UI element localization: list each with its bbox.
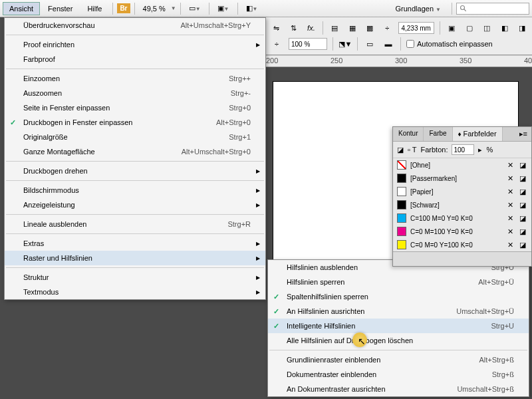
menu-item[interactable]: AuszoomenStrg+- <box>5 86 265 100</box>
fit-1-icon[interactable]: ▣ <box>446 21 458 35</box>
swatch-lock-icon: ✕ <box>507 214 515 222</box>
panel-menu-icon[interactable]: ▸≡ <box>515 127 531 141</box>
wrap-3-icon[interactable]: ▩ <box>364 21 376 35</box>
check-icon: ✓ <box>10 118 16 127</box>
menu-item-label: Einzoomen <box>23 74 229 82</box>
corner-icon[interactable]: ⬔ ▼ <box>338 37 352 51</box>
menu-item-label: Struktur <box>23 273 251 281</box>
menubar: Ansicht Fenster Hilfe Br 49,5 %▼ ▭▼ ▣▼ ◧… <box>0 0 532 17</box>
swatch-name: [Ohne] <box>410 162 503 169</box>
swatch-row[interactable]: [Schwarz]✕◪ <box>393 198 531 211</box>
submenu-arrow-icon: ▶ <box>256 168 260 174</box>
screen-mode-icon[interactable]: ▣▼ <box>213 3 233 14</box>
wrap-2-icon[interactable]: ▦ <box>346 21 358 35</box>
menu-item[interactable]: Lineale ausblendenStrg+R <box>5 217 265 231</box>
fit-3-icon[interactable]: ◫ <box>481 21 493 35</box>
fill-stroke-icon[interactable]: ◪ <box>397 146 404 154</box>
tab-farbe[interactable]: Farbe <box>424 127 452 141</box>
menu-fenster[interactable]: Fenster <box>41 2 79 15</box>
tab-kontur[interactable]: Kontur <box>393 127 424 141</box>
swatch-row[interactable]: [Ohne]✕◪ <box>393 158 531 172</box>
wrap-offset-input[interactable]: 4,233 mm <box>398 22 434 34</box>
zoom-level[interactable]: 49,5 % <box>139 5 170 13</box>
menu-item[interactable]: Bildschirmmodus▶ <box>5 183 265 198</box>
swatch-color <box>397 227 406 236</box>
menu-item[interactable]: Hilfslinien sperrenAlt+Strg+Ü <box>268 275 529 289</box>
swatch-row[interactable]: C=0 M=0 Y=100 K=0✕◪ <box>393 238 531 251</box>
menu-item[interactable]: Farbproof <box>5 52 265 66</box>
menu-item[interactable]: Proof einrichten▶ <box>5 37 265 52</box>
menu-item[interactable]: EinzoomenStrg++ <box>5 71 265 86</box>
arrange-icon[interactable]: ◧▼ <box>242 3 262 14</box>
menu-shortcut: Alt+Strg+ß <box>479 356 514 364</box>
autofit-checkbox[interactable]: Automatisch einpassen <box>406 40 493 48</box>
tab-farbfelder[interactable]: ♦ Farbfelder <box>453 127 503 141</box>
view-options-icon[interactable]: ▭▼ <box>185 3 205 14</box>
menu-shortcut: Alt+Umschalt+Strg+Y <box>181 21 251 29</box>
percent-input[interactable]: 100 % <box>289 38 327 50</box>
check-icon: ✓ <box>273 293 279 301</box>
menu-item[interactable]: An Dokumentraster ausrichtenUmschalt+Str… <box>268 382 529 396</box>
search-input[interactable] <box>456 3 529 15</box>
menu-item-label: Ganze Montagefläche <box>23 148 182 156</box>
swatch-color <box>397 160 406 170</box>
swatch-lock-icon: ✕ <box>507 161 515 169</box>
tint-slider-icon[interactable]: ▸ <box>478 146 482 154</box>
pct-stepper-icon[interactable]: ÷ <box>270 37 283 51</box>
menu-item[interactable]: Struktur▶ <box>5 270 265 285</box>
menu-item[interactable]: ✓An Hilfslinien ausrichtenUmschalt+Strg+… <box>268 304 529 319</box>
swatch-row[interactable]: [Papier]✕◪ <box>393 185 531 198</box>
bridge-button[interactable]: Br <box>117 3 130 13</box>
swatch-color <box>397 174 406 183</box>
flip-h-icon[interactable]: ⇋ <box>270 21 282 35</box>
wrap-b1-icon[interactable]: ▭ <box>363 37 376 51</box>
submenu-arrow-icon: ▶ <box>256 255 260 261</box>
menu-shortcut: Strg+- <box>231 89 251 97</box>
object-text-icon[interactable]: ▫ T <box>408 146 416 154</box>
view-menu-dropdown: ÜberdruckenvorschauAlt+Umschalt+Strg+YPr… <box>4 17 266 300</box>
effects-icon[interactable]: fx. <box>305 21 317 35</box>
menu-item-label: Seite in Fenster einpassen <box>23 104 229 112</box>
fit-5-icon[interactable]: ◨ <box>516 21 528 35</box>
menu-item[interactable]: Raster und Hilfslinien▶ <box>5 251 265 265</box>
chevron-down-icon[interactable]: ▼ <box>171 5 176 11</box>
menu-item[interactable]: Grundlinienraster einblendenAlt+Strg+ß <box>268 352 529 367</box>
swatch-name: C=0 M=0 Y=100 K=0 <box>410 241 503 249</box>
menu-item[interactable]: Extras▶ <box>5 236 265 251</box>
swatch-lock-icon: ✕ <box>507 174 515 182</box>
menu-item[interactable]: ✓Spaltenhilfslinien sperren <box>268 289 529 304</box>
menu-item[interactable]: Seite in Fenster einpassenStrg+0 <box>5 100 265 115</box>
swatch-row[interactable]: C=0 M=100 Y=0 K=0✕◪ <box>393 225 531 238</box>
swatch-name: [Schwarz] <box>410 201 503 209</box>
wrap-b2-icon[interactable]: ▬ <box>382 37 395 51</box>
menu-hilfe[interactable]: Hilfe <box>80 2 108 15</box>
wrap-stepper-icon[interactable]: ÷ <box>381 21 393 35</box>
menu-item[interactable]: Dokumentraster einblendenStrg+ß <box>268 367 529 382</box>
swatch-color <box>397 200 406 209</box>
swatch-name: C=0 M=100 Y=0 K=0 <box>410 228 503 235</box>
menu-item-label: Originalgröße <box>23 133 229 141</box>
menu-item[interactable]: Textmodus▶ <box>5 285 265 299</box>
wrap-1-icon[interactable]: ▤ <box>329 21 340 35</box>
menu-item[interactable]: ✓Intelligente HilfslinienStrg+U <box>268 319 529 333</box>
fit-2-icon[interactable]: ▢ <box>464 21 475 35</box>
swatch-row[interactable]: [Passermarken]✕◪ <box>393 172 531 185</box>
menu-shortcut: Alt+Umschalt+Strg+0 <box>182 148 251 156</box>
menu-item[interactable]: Ganze MontageflächeAlt+Umschalt+Strg+0 <box>5 144 265 159</box>
workspace-selector[interactable]: Grundlagen ▼ <box>389 5 448 13</box>
flip-v-icon[interactable]: ⇅ <box>287 21 299 35</box>
tint-input[interactable] <box>452 144 474 155</box>
menu-shortcut: Strg++ <box>229 74 251 82</box>
fit-4-icon[interactable]: ◧ <box>498 21 510 35</box>
menu-item-label: Extras <box>23 239 251 247</box>
menu-shortcut: Strg+1 <box>229 133 251 141</box>
menu-item[interactable]: Druckbogen drehen▶ <box>5 164 265 178</box>
menu-item[interactable]: ÜberdruckenvorschauAlt+Umschalt+Strg+Y <box>5 18 265 33</box>
menu-item[interactable]: Alle Hilfslinien auf Druckbogen löschen <box>268 333 529 348</box>
menu-ansicht[interactable]: Ansicht <box>3 2 40 15</box>
menu-item[interactable]: ✓Druckbogen in Fenster einpassenAlt+Strg… <box>5 115 265 130</box>
menu-item[interactable]: Anzeigeleistung▶ <box>5 198 265 212</box>
swatch-lock-icon: ✕ <box>507 227 515 235</box>
swatch-row[interactable]: C=100 M=0 Y=0 K=0✕◪ <box>393 211 531 225</box>
menu-item[interactable]: OriginalgrößeStrg+1 <box>5 130 265 144</box>
